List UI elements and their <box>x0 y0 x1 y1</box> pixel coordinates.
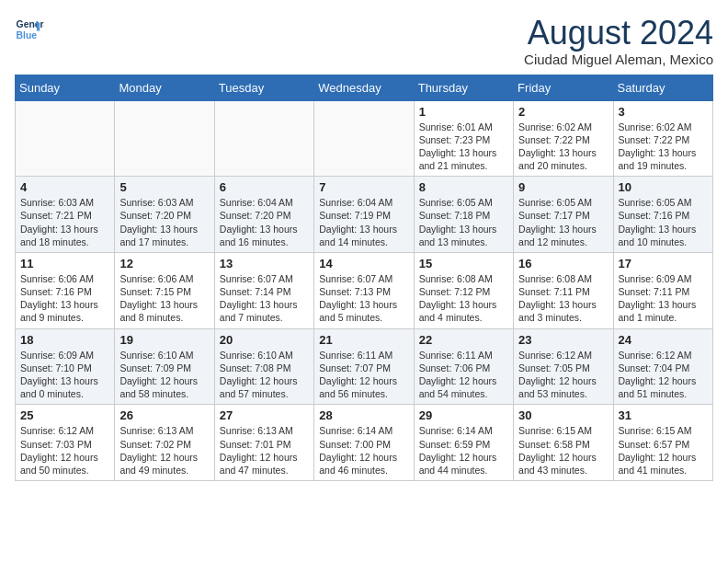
day-info: Sunrise: 6:12 AM Sunset: 7:05 PM Dayligh… <box>518 349 608 401</box>
day-number: 19 <box>119 333 209 347</box>
calendar-week-3: 11Sunrise: 6:06 AM Sunset: 7:16 PM Dayli… <box>16 252 713 328</box>
day-info: Sunrise: 6:03 AM Sunset: 7:21 PM Dayligh… <box>20 196 109 248</box>
location: Ciudad Miguel Aleman, Mexico <box>524 52 713 67</box>
calendar-header-row: Sunday Monday Tuesday Wednesday Thursday… <box>16 75 713 100</box>
logo-icon: General Blue <box>15 15 44 44</box>
day-number: 26 <box>119 408 209 422</box>
calendar-cell-w4-d2: 19Sunrise: 6:10 AM Sunset: 7:09 PM Dayli… <box>115 328 214 405</box>
day-info: Sunrise: 6:06 AM Sunset: 7:15 PM Dayligh… <box>119 272 209 325</box>
day-number: 5 <box>119 180 209 194</box>
calendar-week-5: 25Sunrise: 6:12 AM Sunset: 7:03 PM Dayli… <box>16 405 713 481</box>
day-info: Sunrise: 6:11 AM Sunset: 7:07 PM Dayligh… <box>319 349 408 401</box>
day-number: 1 <box>419 105 508 119</box>
day-number: 6 <box>220 180 309 194</box>
day-number: 16 <box>518 257 608 270</box>
day-number: 14 <box>319 257 408 270</box>
header-sunday: Sunday <box>16 75 115 100</box>
day-info: Sunrise: 6:15 AM Sunset: 6:58 PM Dayligh… <box>518 424 608 477</box>
calendar-cell-w5-d6: 30Sunrise: 6:15 AM Sunset: 6:58 PM Dayli… <box>514 405 613 481</box>
calendar-cell-w4-d5: 22Sunrise: 6:11 AM Sunset: 7:06 PM Dayli… <box>414 328 513 405</box>
day-number: 18 <box>20 333 109 347</box>
day-info: Sunrise: 6:14 AM Sunset: 6:59 PM Dayligh… <box>419 424 508 477</box>
day-info: Sunrise: 6:02 AM Sunset: 7:22 PM Dayligh… <box>619 121 708 173</box>
day-info: Sunrise: 6:04 AM Sunset: 7:19 PM Dayligh… <box>319 196 408 248</box>
day-number: 25 <box>20 408 109 422</box>
svg-text:Blue: Blue <box>17 30 38 40</box>
day-number: 23 <box>518 333 608 347</box>
day-info: Sunrise: 6:10 AM Sunset: 7:08 PM Dayligh… <box>220 349 309 401</box>
day-number: 2 <box>518 105 608 119</box>
calendar-cell-w3-d5: 15Sunrise: 6:08 AM Sunset: 7:12 PM Dayli… <box>414 252 513 328</box>
calendar-cell-w1-d5: 1Sunrise: 6:01 AM Sunset: 7:23 PM Daylig… <box>414 100 513 177</box>
day-info: Sunrise: 6:11 AM Sunset: 7:06 PM Dayligh… <box>419 349 508 401</box>
day-info: Sunrise: 6:05 AM Sunset: 7:17 PM Dayligh… <box>518 196 608 248</box>
calendar-cell-w2-d6: 9Sunrise: 6:05 AM Sunset: 7:17 PM Daylig… <box>514 177 613 253</box>
day-number: 4 <box>20 180 109 194</box>
day-number: 11 <box>20 257 109 270</box>
day-info: Sunrise: 6:06 AM Sunset: 7:16 PM Dayligh… <box>20 272 109 325</box>
day-number: 21 <box>319 333 408 347</box>
day-number: 9 <box>518 180 608 194</box>
day-info: Sunrise: 6:15 AM Sunset: 6:57 PM Dayligh… <box>619 424 708 477</box>
calendar-cell-w5-d4: 28Sunrise: 6:14 AM Sunset: 7:00 PM Dayli… <box>314 405 414 481</box>
calendar-cell-w5-d2: 26Sunrise: 6:13 AM Sunset: 7:02 PM Dayli… <box>115 405 214 481</box>
calendar-cell-w3-d7: 17Sunrise: 6:09 AM Sunset: 7:11 PM Dayli… <box>613 252 712 328</box>
header-saturday: Saturday <box>613 75 712 100</box>
day-number: 29 <box>419 408 508 422</box>
calendar-cell-w1-d4 <box>314 100 414 177</box>
day-info: Sunrise: 6:10 AM Sunset: 7:09 PM Dayligh… <box>119 349 209 401</box>
calendar-cell-w4-d3: 20Sunrise: 6:10 AM Sunset: 7:08 PM Dayli… <box>214 328 313 405</box>
day-number: 15 <box>419 257 508 270</box>
day-info: Sunrise: 6:05 AM Sunset: 7:18 PM Dayligh… <box>419 196 508 248</box>
day-number: 10 <box>619 180 708 194</box>
calendar-cell-w4-d1: 18Sunrise: 6:09 AM Sunset: 7:10 PM Dayli… <box>16 328 115 405</box>
header-tuesday: Tuesday <box>214 75 313 100</box>
calendar-cell-w5-d1: 25Sunrise: 6:12 AM Sunset: 7:03 PM Dayli… <box>16 405 115 481</box>
day-info: Sunrise: 6:03 AM Sunset: 7:20 PM Dayligh… <box>119 196 209 248</box>
day-number: 22 <box>419 333 508 347</box>
calendar-week-1: 1Sunrise: 6:01 AM Sunset: 7:23 PM Daylig… <box>16 100 713 177</box>
day-number: 7 <box>319 180 408 194</box>
day-info: Sunrise: 6:02 AM Sunset: 7:22 PM Dayligh… <box>518 121 608 173</box>
calendar-cell-w5-d7: 31Sunrise: 6:15 AM Sunset: 6:57 PM Dayli… <box>613 405 712 481</box>
month-year: August 2024 <box>524 15 713 52</box>
day-info: Sunrise: 6:01 AM Sunset: 7:23 PM Dayligh… <box>419 121 508 173</box>
day-number: 3 <box>619 105 708 119</box>
calendar-cell-w1-d7: 3Sunrise: 6:02 AM Sunset: 7:22 PM Daylig… <box>613 100 712 177</box>
calendar-cell-w1-d6: 2Sunrise: 6:02 AM Sunset: 7:22 PM Daylig… <box>514 100 613 177</box>
calendar-cell-w2-d1: 4Sunrise: 6:03 AM Sunset: 7:21 PM Daylig… <box>16 177 115 253</box>
calendar-table: Sunday Monday Tuesday Wednesday Thursday… <box>15 75 713 481</box>
day-number: 27 <box>220 408 309 422</box>
day-info: Sunrise: 6:08 AM Sunset: 7:12 PM Dayligh… <box>419 272 508 325</box>
calendar-week-4: 18Sunrise: 6:09 AM Sunset: 7:10 PM Dayli… <box>16 328 713 405</box>
day-info: Sunrise: 6:09 AM Sunset: 7:11 PM Dayligh… <box>619 272 708 325</box>
page-header: General Blue August 2024 Ciudad Miguel A… <box>15 15 713 67</box>
header-thursday: Thursday <box>414 75 513 100</box>
day-number: 28 <box>319 408 408 422</box>
day-info: Sunrise: 6:13 AM Sunset: 7:02 PM Dayligh… <box>119 424 209 477</box>
day-number: 17 <box>619 257 708 270</box>
day-number: 12 <box>119 257 209 270</box>
header-wednesday: Wednesday <box>314 75 414 100</box>
calendar-cell-w2-d3: 6Sunrise: 6:04 AM Sunset: 7:20 PM Daylig… <box>214 177 313 253</box>
calendar-week-2: 4Sunrise: 6:03 AM Sunset: 7:21 PM Daylig… <box>16 177 713 253</box>
day-info: Sunrise: 6:04 AM Sunset: 7:20 PM Dayligh… <box>220 196 309 248</box>
calendar-cell-w5-d5: 29Sunrise: 6:14 AM Sunset: 6:59 PM Dayli… <box>414 405 513 481</box>
calendar-cell-w3-d4: 14Sunrise: 6:07 AM Sunset: 7:13 PM Dayli… <box>314 252 414 328</box>
calendar-cell-w4-d4: 21Sunrise: 6:11 AM Sunset: 7:07 PM Dayli… <box>314 328 414 405</box>
title-block: August 2024 Ciudad Miguel Aleman, Mexico <box>524 15 713 67</box>
calendar-cell-w5-d3: 27Sunrise: 6:13 AM Sunset: 7:01 PM Dayli… <box>214 405 313 481</box>
calendar-cell-w2-d4: 7Sunrise: 6:04 AM Sunset: 7:19 PM Daylig… <box>314 177 414 253</box>
calendar-cell-w2-d5: 8Sunrise: 6:05 AM Sunset: 7:18 PM Daylig… <box>414 177 513 253</box>
day-number: 31 <box>619 408 708 422</box>
calendar-cell-w1-d3 <box>214 100 313 177</box>
logo: General Blue <box>15 15 44 44</box>
day-info: Sunrise: 6:07 AM Sunset: 7:13 PM Dayligh… <box>319 272 408 325</box>
calendar-cell-w4-d6: 23Sunrise: 6:12 AM Sunset: 7:05 PM Dayli… <box>514 328 613 405</box>
day-info: Sunrise: 6:05 AM Sunset: 7:16 PM Dayligh… <box>619 196 708 248</box>
day-info: Sunrise: 6:12 AM Sunset: 7:04 PM Dayligh… <box>619 349 708 401</box>
day-info: Sunrise: 6:09 AM Sunset: 7:10 PM Dayligh… <box>20 349 109 401</box>
calendar-cell-w1-d1 <box>16 100 115 177</box>
day-number: 24 <box>619 333 708 347</box>
day-info: Sunrise: 6:07 AM Sunset: 7:14 PM Dayligh… <box>220 272 309 325</box>
